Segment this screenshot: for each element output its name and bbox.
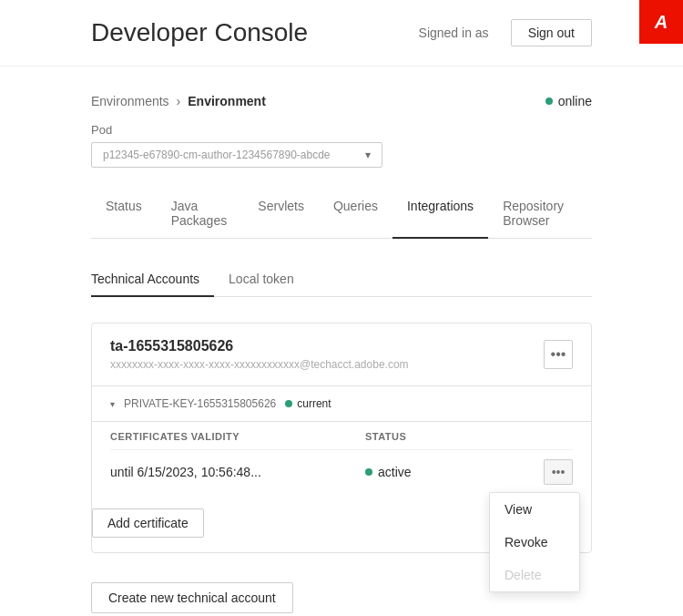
pod-dropdown[interactable]: p12345-e67890-cm-author-1234567890-abcde… <box>91 142 382 168</box>
cert-more-button[interactable]: ••• <box>544 459 573 485</box>
cert-validity-value: until 6/15/2023, 10:56:48... <box>110 465 365 479</box>
main-content: Environments › Environment online Pod p1… <box>0 67 683 616</box>
chevron-down-icon: ▾ <box>365 149 371 161</box>
breadcrumb: Environments › Environment online <box>91 94 592 108</box>
breadcrumb-environments[interactable]: Environments <box>91 94 169 108</box>
certificate-table: CERTIFICATES VALIDITY STATUS until 6/15/… <box>92 422 591 508</box>
tab-java-packages[interactable]: Java Packages <box>157 190 244 239</box>
private-key-row: ▾ PRIVATE-KEY-1655315805626 current <box>92 386 591 422</box>
active-dot-icon <box>365 468 372 476</box>
account-card: ta-1655315805626 xxxxxxxx-xxxx-xxxx-xxxx… <box>91 323 592 553</box>
status-dot-icon <box>545 98 553 105</box>
breadcrumb-separator: › <box>177 94 181 108</box>
account-info: ta-1655315805626 xxxxxxxx-xxxx-xxxx-xxxx… <box>110 338 544 371</box>
pod-label: Pod <box>91 123 592 137</box>
top-header: Developer Console Signed in as Sign out <box>0 0 683 67</box>
tab-repository-browser[interactable]: Repository Browser <box>488 190 592 239</box>
account-details: xxxxxxxx-xxxx-xxxx-xxxx-xxxxxxxxxxxx@tec… <box>110 358 544 371</box>
certificate-row: until 6/15/2023, 10:56:48... active ••• … <box>110 449 573 494</box>
add-certificate-button[interactable]: Add certificate <box>92 508 204 538</box>
col-validity-header: CERTIFICATES VALIDITY <box>110 431 365 442</box>
create-account-button[interactable]: Create new technical account <box>91 582 293 613</box>
breadcrumb-current-env: Environment <box>188 94 266 108</box>
sub-tabs: Technical Accounts Local token <box>91 264 592 297</box>
account-header: ta-1655315805626 xxxxxxxx-xxxx-xxxx-xxxx… <box>92 323 591 386</box>
current-dot-icon <box>285 400 292 407</box>
context-menu-revoke[interactable]: Revoke <box>490 526 579 559</box>
environment-status: online <box>545 94 592 108</box>
status-label: online <box>558 94 592 108</box>
tab-integrations[interactable]: Integrations <box>392 190 488 239</box>
active-label: active <box>378 465 412 479</box>
context-menu-delete: Delete <box>490 559 579 591</box>
account-more-button[interactable]: ••• <box>544 340 573 369</box>
cert-status-value: active <box>365 465 544 479</box>
adobe-logo-icon: A <box>655 12 668 33</box>
tab-status[interactable]: Status <box>91 190 157 239</box>
current-badge: current <box>285 397 331 410</box>
pod-select-value: p12345-e67890-cm-author-1234567890-abcde <box>103 149 365 161</box>
nav-tabs: Status Java Packages Servlets Queries In… <box>91 190 592 239</box>
chevron-right-icon: ▾ <box>110 399 115 409</box>
tab-servlets[interactable]: Servlets <box>243 190 319 239</box>
private-key-name: PRIVATE-KEY-1655315805626 <box>124 397 276 410</box>
app-title: Developer Console <box>91 18 419 47</box>
context-menu: View Revoke Delete <box>489 492 580 592</box>
subtab-technical-accounts[interactable]: Technical Accounts <box>91 264 214 297</box>
subtab-local-token[interactable]: Local token <box>229 264 309 297</box>
col-status-header: STATUS <box>365 431 573 442</box>
cert-table-header: CERTIFICATES VALIDITY STATUS <box>110 422 573 449</box>
sign-out-button[interactable]: Sign out <box>511 19 592 46</box>
account-id: ta-1655315805626 <box>110 338 544 354</box>
current-label: current <box>297 397 331 410</box>
context-menu-view[interactable]: View <box>490 493 579 526</box>
signed-in-label: Signed in as <box>419 26 489 40</box>
tab-queries[interactable]: Queries <box>319 190 392 239</box>
adobe-logo-bar: A <box>639 0 683 44</box>
